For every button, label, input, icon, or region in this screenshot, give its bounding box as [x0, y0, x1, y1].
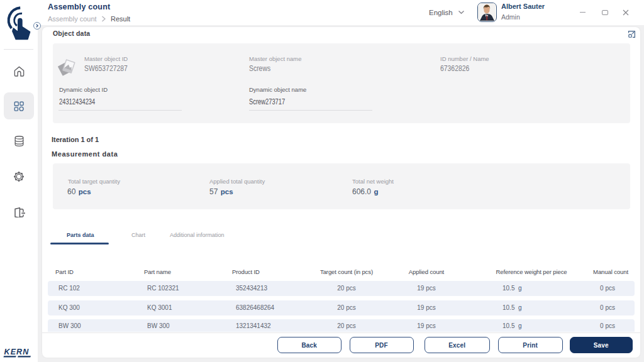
svg-text:KERN: KERN — [4, 348, 30, 356]
